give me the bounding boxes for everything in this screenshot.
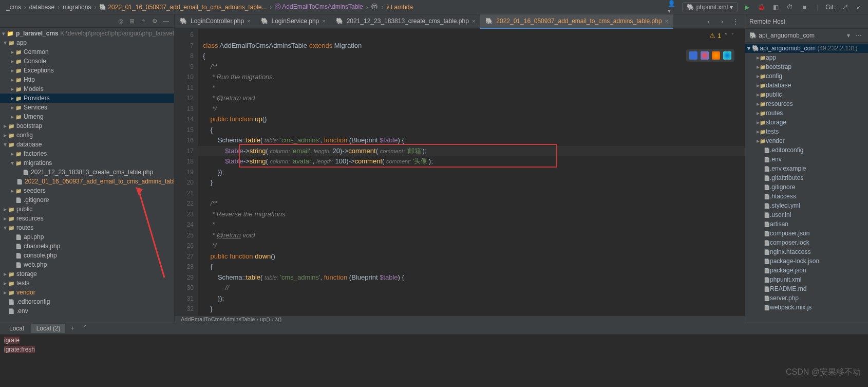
tree-file[interactable]: 2022_01_16_050937_add_email_to_cms_admin…: [0, 177, 174, 186]
tree-folder[interactable]: ▸public: [0, 205, 174, 214]
remote-folder[interactable]: ▸ vendor: [745, 136, 868, 145]
remote-file[interactable]: .env.example: [745, 164, 868, 173]
close-icon[interactable]: ×: [322, 18, 325, 24]
breadcrumb-item[interactable]: database: [27, 3, 56, 12]
remote-more-icon[interactable]: ⋯: [854, 30, 864, 41]
next-tab-icon[interactable]: ›: [717, 16, 727, 27]
debug-icon[interactable]: 🐞: [756, 2, 766, 12]
chevron-up-icon[interactable]: ˄: [724, 31, 728, 42]
remote-folder[interactable]: ▸ database: [745, 81, 868, 90]
breadcrumb-item[interactable]: λLambda: [385, 3, 415, 12]
close-icon[interactable]: ×: [247, 18, 250, 24]
select-opened-icon[interactable]: ◎: [117, 17, 125, 25]
tree-folder[interactable]: ▸Http: [0, 75, 174, 84]
tree-folder[interactable]: ▸Umeng: [0, 112, 174, 121]
remote-folder[interactable]: ▸ storage: [745, 118, 868, 127]
tree-folder[interactable]: ▸Exceptions: [0, 66, 174, 75]
tree-folder[interactable]: ▸Models: [0, 84, 174, 94]
remote-file[interactable]: README.md: [745, 284, 868, 293]
tree-folder[interactable]: ▸Providers: [0, 94, 174, 103]
breadcrumb-item[interactable]: ⓜ: [369, 2, 381, 12]
tree-folder[interactable]: ▸vendor: [0, 288, 174, 297]
terminal-tab[interactable]: Local (2): [31, 324, 66, 333]
remote-file[interactable]: phpunit.xml: [745, 275, 868, 284]
tab-list-icon[interactable]: ⋮: [730, 16, 741, 27]
tab[interactable]: 🐘2022_01_16_050937_add_email_to_cms_admi…: [480, 14, 673, 29]
tree-file[interactable]: web.php: [0, 260, 174, 269]
remote-folder[interactable]: ▸ resources: [745, 99, 868, 108]
tree-folder[interactable]: ▾routes: [0, 223, 174, 232]
tree-folder[interactable]: ▸factories: [0, 149, 174, 158]
tree-folder[interactable]: ▸resources: [0, 214, 174, 223]
tree-file[interactable]: api.php: [0, 232, 174, 242]
editor-breadcrumb[interactable]: AddEmailToCmsAdminsTable › up() › λ(): [175, 316, 745, 322]
terminal-dropdown-icon[interactable]: ˅: [80, 323, 90, 334]
remote-root[interactable]: ▾ 🐘 api_anguomob_com (49.232.2.131): [745, 44, 868, 53]
ps-icon[interactable]: [689, 51, 697, 60]
tree-folder[interactable]: ▸storage: [0, 269, 174, 279]
tree-folder[interactable]: ▾migrations: [0, 158, 174, 168]
remote-file[interactable]: .gitattributes: [745, 173, 868, 182]
prev-tab-icon[interactable]: ‹: [704, 16, 714, 27]
remote-file[interactable]: package-lock.json: [745, 256, 868, 266]
run-config-dropdown[interactable]: 🐘phpunit.xml▾: [682, 2, 738, 12]
remote-file[interactable]: nginx.htaccess: [745, 247, 868, 256]
add-terminal-icon[interactable]: ＋: [67, 323, 78, 334]
breadcrumb-item[interactable]: 🐘2022_01_16_050937_add_email_to_cms_admi…: [97, 3, 269, 12]
run-icon[interactable]: ▶: [742, 2, 752, 12]
remote-file[interactable]: artisan: [745, 219, 868, 229]
chevron-down-icon[interactable]: ˅: [731, 31, 734, 42]
tab[interactable]: 🐘2021_12_23_183813_create_cms_table.php×: [331, 14, 481, 29]
tree-folder[interactable]: ▸Console: [0, 57, 174, 66]
remote-folder[interactable]: ▸ routes: [745, 108, 868, 118]
remote-folder[interactable]: ▸ app: [745, 53, 868, 62]
inspection-widget[interactable]: ⚠ 1 ˄ ˅: [709, 31, 734, 42]
coverage-icon[interactable]: ◧: [770, 2, 781, 12]
collapse-icon[interactable]: ÷: [139, 17, 147, 25]
remote-file[interactable]: package.json: [745, 266, 868, 275]
remote-file[interactable]: .htaccess: [745, 192, 868, 201]
user-icon[interactable]: 👤▾: [668, 2, 678, 12]
chrome-icon[interactable]: [701, 51, 709, 60]
tree-root[interactable]: ▾ 📁 p_laravel_cms K:\develop\project\php…: [0, 29, 174, 38]
remote-file[interactable]: .user.ini: [745, 210, 868, 219]
remote-folder[interactable]: ▸ public: [745, 90, 868, 99]
remote-dropdown-icon[interactable]: ▾: [843, 30, 854, 41]
remote-file[interactable]: webpack.mix.js: [745, 303, 868, 312]
remote-file[interactable]: .env: [745, 155, 868, 164]
code-editor[interactable]: ⚠ 1 ˄ ˅ class AddEmailToCmsAdminsTable e…: [198, 29, 745, 316]
remote-file[interactable]: composer.lock: [745, 238, 868, 247]
tree-file[interactable]: console.php: [0, 251, 174, 260]
tree-folder[interactable]: ▸bootstrap: [0, 121, 174, 131]
breadcrumb-item[interactable]: migrations: [61, 3, 93, 12]
terminal-tab[interactable]: Local: [4, 324, 29, 333]
tree-folder[interactable]: ▸seeders: [0, 186, 174, 195]
edge-icon[interactable]: [723, 51, 731, 60]
tree-folder[interactable]: ▾database: [0, 140, 174, 149]
tree-folder[interactable]: ▸tests: [0, 279, 174, 288]
breadcrumb-item[interactable]: _cms: [4, 3, 23, 12]
remote-file[interactable]: .styleci.yml: [745, 201, 868, 210]
settings-icon[interactable]: ⚙: [150, 17, 159, 25]
close-icon[interactable]: ×: [472, 18, 475, 24]
git-branch-icon[interactable]: ⎇: [839, 2, 850, 12]
tree-file[interactable]: .gitignore: [0, 195, 174, 205]
tab[interactable]: 🐘LoginController.php×: [175, 14, 256, 29]
remote-file[interactable]: composer.json: [745, 229, 868, 238]
firefox-icon[interactable]: [712, 51, 720, 60]
breadcrumb-item[interactable]: ⒸAddEmailToCmsAdminsTable: [273, 2, 365, 12]
remote-file[interactable]: .editorconfig: [745, 145, 868, 155]
tree-folder[interactable]: ▸Services: [0, 103, 174, 112]
tree-folder[interactable]: ▸Common: [0, 47, 174, 57]
tab[interactable]: 🐘LoginService.php×: [256, 14, 331, 29]
hide-icon[interactable]: —: [162, 17, 170, 25]
remote-folder[interactable]: ▸ tests: [745, 127, 868, 136]
tree-file[interactable]: 2021_12_23_183813_create_cms_table.php: [0, 168, 174, 177]
expand-icon[interactable]: ⊞: [128, 17, 136, 25]
remote-folder[interactable]: ▸ bootstrap: [745, 62, 868, 71]
close-icon[interactable]: ×: [665, 18, 668, 24]
tree-file[interactable]: channels.php: [0, 242, 174, 251]
tree-folder[interactable]: ▸config: [0, 131, 174, 140]
remote-file[interactable]: server.php: [745, 293, 868, 303]
tree-file[interactable]: .editorconfig: [0, 297, 174, 306]
